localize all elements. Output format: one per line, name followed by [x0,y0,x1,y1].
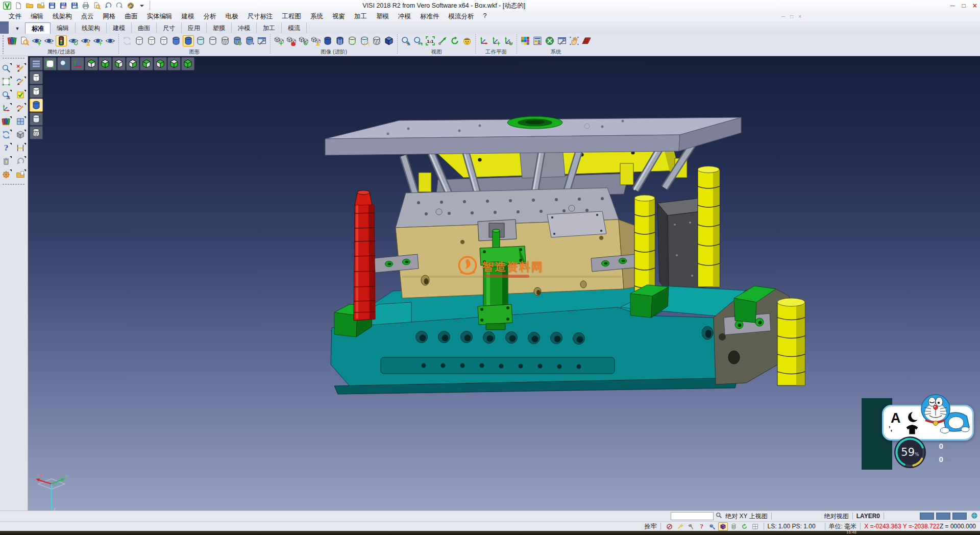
undo-icon[interactable] [103,1,113,11]
view-frame-icon[interactable] [43,57,57,70]
adv-show-icon[interactable]: + [273,35,284,46]
menu-item-15[interactable]: 塑模 [372,11,394,22]
shaded-edges-icon[interactable] [183,35,194,46]
tab-10[interactable]: 模流 [282,22,307,33]
view-left-icon[interactable] [140,57,153,70]
adv-toggle-icon[interactable]: ± [310,35,321,46]
menu-item-3[interactable]: 点云 [77,11,99,22]
save-all-icon[interactable]: → [69,1,80,11]
hide-entity-icon[interactable]: − [43,35,55,46]
grid-window-icon[interactable] [15,116,26,127]
ucs-axis-icon[interactable] [1,103,12,114]
window-config-icon[interactable] [556,35,568,46]
toggle-visibility-icon[interactable]: ± [80,35,91,46]
toolbox-drag-handle[interactable] [2,57,26,60]
freehand-sketch-icon[interactable] [15,103,26,114]
menu-item-18[interactable]: 模流分析 [444,11,479,22]
workplane-rotate-icon[interactable]: ↻ [503,35,514,46]
status-wand-icon[interactable] [675,522,685,531]
adv-striped-icon[interactable] [334,35,346,46]
zoom-window-icon[interactable]: + [400,35,411,46]
tab-5[interactable]: 尺寸 [157,22,182,33]
navigation-wheel-icon[interactable] [1,169,12,180]
print-icon[interactable] [81,1,91,11]
menu-item-13[interactable]: 视窗 [328,11,350,22]
menu-item-14[interactable]: 加工 [350,11,372,22]
adv-solid-cube-icon[interactable] [383,35,395,46]
viewport-3d[interactable]: 智造资料网 x y z A ’, [28,56,980,510]
qat-dropdown-icon[interactable] [137,1,147,11]
lock-label[interactable]: 拴牢 [645,522,657,531]
menu-item-11[interactable]: 工程图 [278,11,306,22]
hide-all-icon[interactable]: − [105,35,116,46]
translucent-icon[interactable] [195,35,206,46]
view-iso-icon[interactable] [181,57,194,70]
tab-1[interactable]: 编辑 [51,22,76,33]
menu-item-16[interactable]: 冲模 [394,11,415,22]
adv-traffic-icon[interactable]: ● [285,35,297,46]
graphics-options-icon[interactable] [256,35,267,46]
system-report-icon[interactable] [532,35,543,46]
menu-item-5[interactable]: 曲面 [120,11,142,22]
style-hatched-icon[interactable] [30,126,43,139]
attribute-copy-icon[interactable] [19,35,30,46]
menu-item-0[interactable]: 文件 [4,11,26,22]
tab-4[interactable]: 曲面 [132,22,157,33]
save-as-icon[interactable]: ✎ [58,1,68,11]
redo-icon[interactable] [114,1,125,11]
solid-preview-icon[interactable] [15,129,26,140]
view-axis-icon[interactable] [71,57,84,70]
zoom-extents-icon[interactable]: ↔ [412,35,424,46]
mdi-minimize-button[interactable]: ─ [781,14,785,19]
menu-item-17[interactable]: 标准件 [415,11,444,22]
menu-item-4[interactable]: 网格 [99,11,120,22]
visi-logo-icon[interactable] [2,1,12,11]
mdi-close-button[interactable]: × [798,14,801,19]
view-back-icon[interactable] [126,57,139,70]
style-shaded-icon[interactable] [30,99,43,112]
status-cube-select-icon[interactable] [718,522,728,531]
minimize-button[interactable]: ─ [950,0,955,11]
system-settings-icon[interactable] [544,35,555,46]
adv-refresh-icon[interactable]: ↻ [298,35,309,46]
mdi-restore-button[interactable]: □ [790,14,793,19]
layer-palette-icon[interactable] [1,116,12,127]
adv-wire-icon[interactable] [371,35,382,46]
style-translucent-icon[interactable] [30,112,43,126]
hatched-icon[interactable] [219,35,231,46]
dashed-hidden-icon[interactable] [158,35,169,46]
refresh-visibility-icon[interactable]: ↻ [68,35,79,46]
flat-shaded-icon[interactable] [207,35,218,46]
view-menu-icon[interactable] [30,57,43,70]
zoom-1to1-icon[interactable]: 1:1 [425,35,436,46]
adv-validate-icon[interactable]: ✓ [347,35,358,46]
view-bottom-icon[interactable] [99,57,112,70]
status-help-icon[interactable]: ? [697,522,706,531]
status-levels-icon[interactable] [729,522,739,531]
view-front-icon[interactable] [112,57,126,70]
tab-3[interactable]: 建模 [107,22,132,33]
regen-graphics-icon[interactable] [121,35,133,46]
absolute-view-indicator[interactable]: 绝对视图 [824,512,849,521]
status-grid-icon[interactable] [750,522,760,531]
open-part-icon[interactable] [15,169,26,180]
menu-item-9[interactable]: 电极 [221,11,243,22]
tab-7[interactable]: 塑膜 [207,22,232,33]
sketch-ellipse-icon[interactable] [15,76,26,87]
tab-9[interactable]: 加工 [257,22,282,33]
attribute-palette-icon[interactable] [7,35,18,46]
menu-item-10[interactable]: 尺寸标注 [243,11,278,22]
search-icon[interactable] [716,512,722,520]
globe-icon[interactable] [971,512,978,521]
status-noentry-icon[interactable] [665,522,674,531]
copy-graphics-icon[interactable]: → [244,35,255,46]
status-autorotate-icon[interactable] [740,522,749,531]
close-button[interactable]: × [973,0,977,11]
workplane-move-icon[interactable]: + [491,35,502,46]
view-right-icon[interactable] [154,57,167,70]
shaded-icon[interactable] [170,35,182,46]
open-file-icon[interactable] [24,1,35,11]
tab-6[interactable]: 应用 [182,22,207,33]
open-project-icon[interactable] [36,1,46,11]
tab-8[interactable]: 冲模 [232,22,257,33]
